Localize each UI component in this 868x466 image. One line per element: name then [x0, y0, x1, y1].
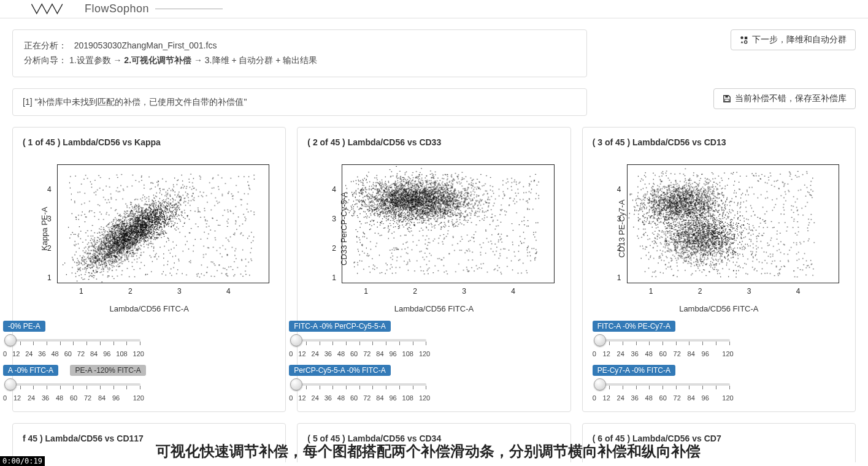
plot-card-3: ( 3 of 45 ) Lambda/CD56 vs CD13 CD13 PE-…: [582, 127, 856, 412]
svg-rect-5: [725, 99, 729, 101]
slider-scale: 01224364860728496120: [593, 394, 734, 402]
scatter-canvas: [58, 165, 269, 283]
logo-icon: [31, 3, 74, 15]
save-compensation-button[interactable]: 当前补偿不错，保存至补偿库: [713, 88, 856, 109]
save-icon: [723, 94, 731, 103]
plots-row-1: ( 1 of 45 ) Lambda/CD56 vs Kappa Kappa P…: [12, 127, 856, 412]
log-line: [1] "补偿库中未找到匹配的补偿，已使用文件自带的补偿值": [23, 97, 247, 107]
compensation-slider-y[interactable]: 01224364860728496108120: [289, 378, 430, 402]
wizard-step-1: 1.设置参数: [69, 55, 111, 65]
next-step-label: 下一步，降维和自动分群: [752, 34, 847, 45]
compensation-slider-x[interactable]: 01224364860728496120: [593, 334, 734, 357]
compensation-slider-y[interactable]: 01224364860728496120: [593, 378, 734, 402]
plot-title: ( 3 of 45 ) Lambda/CD56 vs CD13: [593, 137, 845, 147]
scatter-plot: [57, 164, 269, 283]
slider-knob[interactable]: [594, 334, 606, 346]
svg-rect-4: [725, 95, 728, 97]
slider-label: FITC-A -0% PerCP-Cy5-5-A: [289, 321, 390, 332]
plots-row-2: f 45 ) Lambda/CD56 vs CD117 ( 5 of 45 ) …: [12, 423, 856, 462]
slider-label: A -0% FITC-A: [3, 365, 58, 376]
plot-card-5: ( 5 of 45 ) Lambda/CD56 vs CD34: [297, 423, 570, 462]
plot-title: f 45 ) Lambda/CD56 vs CD117: [23, 434, 275, 443]
plot-title: ( 1 of 45 ) Lambda/CD56 vs Kappa: [23, 137, 275, 147]
svg-point-0: [740, 36, 743, 39]
wizard-step-3: 3.降维 + 自动分群 + 输出结果: [205, 55, 318, 65]
slider-label: -0% PE-A: [3, 321, 45, 332]
x-axis-label: Lambda/CD56 FITC-A: [23, 304, 275, 313]
x-axis-label: Lambda/CD56 FITC-A: [593, 304, 845, 313]
wizard-step-2: 2.可视化调节补偿: [124, 55, 191, 65]
plot-card-2: ( 2 of 45 ) Lambda/CD56 vs CD33 CD33 Per…: [297, 127, 570, 412]
slider-knob[interactable]: [594, 378, 606, 391]
main-scroll[interactable]: 正在分析： 2019053030ZhangMan_First_001.fcs 分…: [0, 18, 868, 462]
slider-scale: 01224364860728496120: [3, 394, 144, 402]
scatter-canvas: [342, 165, 553, 283]
compensation-slider-x[interactable]: 01224364860728496108120: [3, 334, 144, 357]
brand-divider: [155, 9, 223, 9]
plot-card-6: ( 6 of 45 ) Lambda/CD56 vs CD7: [582, 423, 856, 462]
plot-card-1: ( 1 of 45 ) Lambda/CD56 vs Kappa Kappa P…: [12, 127, 286, 412]
slider-scale: 01224364860728496108120: [3, 350, 144, 357]
save-compensation-label: 当前补偿不错，保存至补偿库: [735, 93, 847, 104]
slider-scale: 01224364860728496108120: [289, 394, 430, 402]
plot-title: ( 6 of 45 ) Lambda/CD56 vs CD7: [593, 434, 845, 443]
x-axis-label: Lambda/CD56 FITC-A: [307, 304, 560, 313]
svg-point-3: [744, 40, 747, 43]
slider-scale: 01224364860728496120: [593, 350, 734, 357]
analyzing-label: 正在分析：: [24, 40, 67, 50]
plot-title: ( 2 of 45 ) Lambda/CD56 vs CD33: [307, 137, 560, 147]
chart-icon: [740, 36, 748, 44]
wizard-label: 分析向导：: [24, 55, 67, 65]
compensation-slider-y[interactable]: 01224364860728496120: [3, 378, 144, 402]
slider-label: FITC-A -0% PE-Cy7-A: [593, 321, 675, 332]
scatter-plot: [342, 164, 554, 283]
plot-card-4: f 45 ) Lambda/CD56 vs CD117: [12, 423, 286, 462]
top-bar: FlowSophon: [0, 0, 868, 18]
brand-name: FlowSophon: [85, 2, 149, 15]
scatter-plot: [627, 164, 839, 283]
svg-rect-1: [745, 37, 747, 39]
slider-label: PerCP-Cy5-5-A -0% FITC-A: [289, 365, 390, 376]
slider-hover-label: PE-A -120% FITC-A: [70, 365, 145, 376]
next-step-button[interactable]: 下一步，降维和自动分群: [731, 29, 856, 50]
scatter-canvas: [628, 165, 839, 283]
log-panel: [1] "补偿库中未找到匹配的补偿，已使用文件自带的补偿值": [12, 88, 587, 116]
analysis-info-panel: 正在分析： 2019053030ZhangMan_First_001.fcs 分…: [12, 29, 587, 77]
video-timestamp: 0:00/0:19: [0, 456, 45, 466]
plot-title: ( 5 of 45 ) Lambda/CD56 vs CD34: [307, 434, 560, 443]
svg-marker-2: [741, 41, 743, 44]
compensation-slider-x[interactable]: 01224364860728496108120: [289, 334, 430, 357]
slider-label: PE-Cy7-A -0% FITC-A: [593, 365, 675, 376]
slider-scale: 01224364860728496108120: [289, 350, 430, 357]
analyzing-filename: 2019053030ZhangMan_First_001.fcs: [74, 40, 217, 50]
